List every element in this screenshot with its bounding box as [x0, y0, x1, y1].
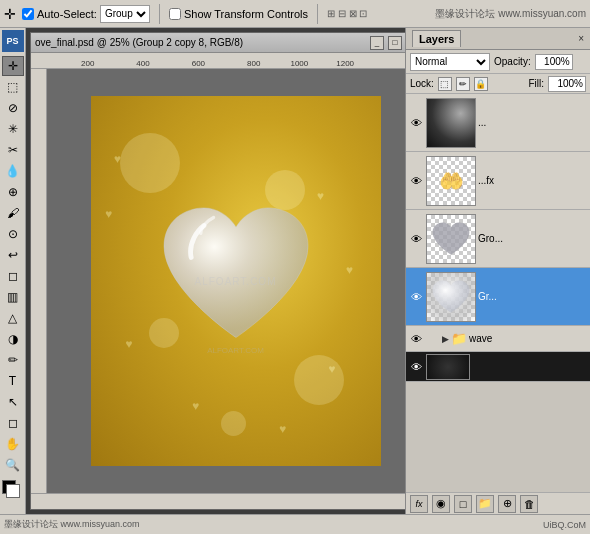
layers-panel: Layers × Normal Opacity: Lock: ⬚ ✏ 🔒 Fil… [405, 28, 590, 514]
lock-all-btn[interactable]: 🔒 [474, 77, 488, 91]
bokeh-1 [120, 133, 180, 193]
small-heart-7: ♥ [105, 207, 112, 221]
wave-expand-arrow[interactable]: ▶ [442, 334, 449, 344]
layer-item-2[interactable]: 👁 🤲 ...fx [406, 152, 590, 210]
layer-name-2: ...fx [478, 175, 588, 186]
wave-layer[interactable]: 👁 ▶ 📁 wave [406, 326, 590, 352]
lasso-tool-btn[interactable]: ⊘ [2, 98, 24, 118]
layer-name-3: Gro... [478, 233, 588, 244]
pen-tool-btn[interactable]: ✏ [2, 350, 24, 370]
magic-wand-btn[interactable]: ✳ [2, 119, 24, 139]
lock-pixels-btn[interactable]: ⬚ [438, 77, 452, 91]
blend-mode-select[interactable]: Normal [410, 53, 490, 71]
layers-close-btn[interactable]: × [578, 33, 584, 44]
add-adjustment-btn[interactable]: ◉ [432, 495, 450, 513]
canvas-watermark-alfoart2: ALFOART.COM [207, 346, 264, 355]
add-group-btn[interactable]: 📁 [476, 495, 494, 513]
layer-name-1: ... [478, 117, 588, 128]
ruler-vertical [31, 69, 47, 493]
wave-eye[interactable]: 👁 [408, 331, 424, 347]
layer-thumb-2: 🤲 [426, 156, 476, 206]
lock-move-btn[interactable]: ✏ [456, 77, 470, 91]
doc-content: 200 400 600 800 1000 1200 [31, 53, 405, 509]
marquee-tool-btn[interactable]: ⬚ [2, 77, 24, 97]
layer-eye-bottom[interactable]: 👁 [408, 359, 424, 375]
show-transform-label: Show Transform Controls [184, 8, 308, 20]
thumb-heart-svg-4 [431, 279, 471, 315]
layers-lock-row: Lock: ⬚ ✏ 🔒 Fill: [406, 74, 590, 94]
minimize-btn[interactable]: _ [370, 36, 384, 50]
path-select-btn[interactable]: ↖ [2, 392, 24, 412]
eyedrop-tool-btn[interactable]: 💧 [2, 161, 24, 181]
blur-tool-btn[interactable]: △ [2, 308, 24, 328]
thumb-dark-bg [427, 355, 469, 379]
layers-tab-bar: Layers × [406, 28, 590, 50]
crop-tool-btn[interactable]: ✂ [2, 140, 24, 160]
opacity-label: Opacity: [494, 56, 531, 67]
hand-tool-btn[interactable]: ✋ [2, 434, 24, 454]
small-heart-5: ♥ [192, 399, 199, 413]
gradient-tool-btn[interactable]: ▥ [2, 287, 24, 307]
layer-name-4: Gr... [478, 291, 588, 302]
canvas-viewport[interactable]: ♥ ♥ ♥ ♥ ♥ ♥ ♥ ♥ [47, 69, 405, 493]
autoselect-group: Auto-Select: Group [22, 5, 150, 23]
opacity-input[interactable] [535, 54, 573, 70]
layer-item-bottom[interactable]: 👁 [406, 352, 590, 382]
restore-btn[interactable]: □ [388, 36, 402, 50]
layer-eye-3[interactable]: 👁 [408, 231, 424, 247]
layer-item-1[interactable]: 👁 ... [406, 94, 590, 152]
show-transform-checkbox[interactable] [169, 8, 181, 20]
thumb-hands-img: 🤲 [427, 157, 475, 205]
layers-options: Normal Opacity: [406, 50, 590, 74]
layers-list[interactable]: 👁 ... 👁 🤲 ...fx 👁 [406, 94, 590, 492]
autoselect-select[interactable]: Group [100, 5, 150, 23]
small-heart-4: ♥ [328, 362, 335, 376]
toolbar-separator-2 [317, 4, 318, 24]
show-transform-group: Show Transform Controls [169, 8, 308, 20]
small-heart-2: ♥ [317, 189, 324, 203]
add-fx-btn[interactable]: fx [410, 495, 428, 513]
add-layer-btn[interactable]: ⊕ [498, 495, 516, 513]
wave-folder-icon: 📁 [451, 331, 467, 346]
layer-thumb-bottom [426, 354, 470, 380]
thumb-heart-svg-3 [431, 221, 471, 257]
layer-eye-2[interactable]: 👁 [408, 173, 424, 189]
eraser-tool-btn[interactable]: ◻ [2, 266, 24, 286]
color-swatches[interactable] [2, 480, 24, 498]
ps-logo: PS [2, 30, 24, 52]
add-mask-btn[interactable]: □ [454, 495, 472, 513]
layer-eye-4[interactable]: 👁 [408, 289, 424, 305]
text-tool-btn[interactable]: T [2, 371, 24, 391]
history-tool-btn[interactable]: ↩ [2, 245, 24, 265]
main-area: ove_final.psd @ 25% (Group 2 copy 8, RGB… [26, 28, 590, 514]
layer-item-4[interactable]: 👁 [406, 268, 590, 326]
autoselect-checkbox[interactable] [22, 8, 34, 20]
doc-title: ove_final.psd @ 25% (Group 2 copy 8, RGB… [35, 37, 366, 48]
layer-eye-1[interactable]: 👁 [408, 115, 424, 131]
clone-tool-btn[interactable]: ⊙ [2, 224, 24, 244]
layer-thumb-4 [426, 272, 476, 322]
small-heart-8: ♥ [346, 263, 353, 277]
wave-name: wave [469, 333, 492, 344]
layers-bottom-bar: fx ◉ □ 📁 ⊕ 🗑 [406, 492, 590, 514]
bottom-left-watermark: 墨缘设计论坛 www.missyuan.com [4, 518, 140, 531]
layer-thumb-1 [426, 98, 476, 148]
shape-tool-btn[interactable]: ◻ [2, 413, 24, 433]
top-watermark: 墨缘设计论坛 www.missyuan.com [435, 7, 586, 21]
fill-label: Fill: [528, 78, 544, 89]
bokeh-5 [221, 411, 246, 436]
dodge-tool-btn[interactable]: ◑ [2, 329, 24, 349]
layers-tab[interactable]: Layers [412, 30, 461, 47]
bokeh-4 [294, 355, 344, 405]
delete-layer-btn[interactable]: 🗑 [520, 495, 538, 513]
layer-item-3[interactable]: 👁 Gro... [406, 210, 590, 268]
fill-input[interactable] [548, 76, 586, 92]
zoom-tool-btn[interactable]: 🔍 [2, 455, 24, 475]
move-tool-btn[interactable]: ✛ [2, 56, 24, 76]
ruler-horizontal: 200 400 600 800 1000 1200 [31, 53, 405, 69]
brush-tool-btn[interactable]: 🖌 [2, 203, 24, 223]
top-toolbar: ✛ Auto-Select: Group Show Transform Cont… [0, 0, 590, 28]
doc-title-bar: ove_final.psd @ 25% (Group 2 copy 8, RGB… [31, 33, 405, 53]
bottom-right-watermark: UiBQ.CoM [543, 520, 586, 530]
heal-tool-btn[interactable]: ⊕ [2, 182, 24, 202]
